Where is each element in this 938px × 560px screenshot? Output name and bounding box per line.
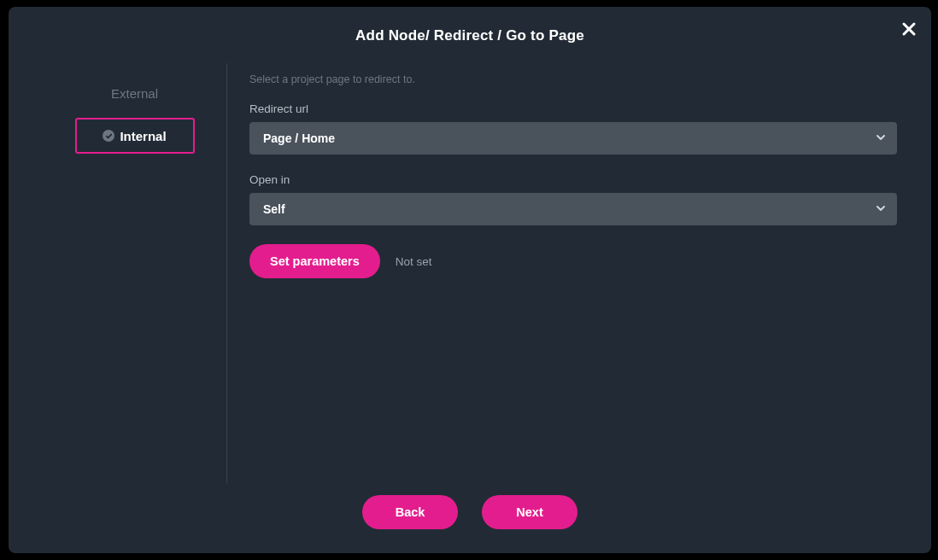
- back-button[interactable]: Back: [362, 495, 458, 529]
- field-label: Open in: [249, 173, 897, 186]
- form-main: Select a project page to redirect to. Re…: [227, 63, 897, 480]
- select-value: Page / Home: [263, 131, 335, 145]
- sidebar-item-label: External: [111, 86, 158, 101]
- open-in-field: Open in Self: [249, 173, 897, 225]
- parameters-status: Not set: [396, 255, 432, 268]
- modal-body: External Internal Select a project page …: [9, 53, 931, 480]
- modal-title: Add Node/ Redirect / Go to Page: [9, 7, 931, 53]
- set-parameters-button[interactable]: Set parameters: [249, 244, 380, 278]
- modal-footer: Back Next: [9, 480, 931, 553]
- next-button[interactable]: Next: [482, 495, 577, 529]
- redirect-url-field: Redirect url Page / Home: [249, 102, 897, 155]
- sidebar-item-internal[interactable]: Internal: [75, 118, 195, 154]
- chevron-down-icon: [875, 202, 887, 217]
- redirect-url-select[interactable]: Page / Home: [249, 122, 897, 155]
- sidebar-item-label: Internal: [120, 129, 166, 143]
- sidebar: External Internal: [43, 63, 227, 483]
- close-icon[interactable]: [897, 17, 921, 41]
- open-in-select[interactable]: Self: [249, 193, 897, 225]
- check-circle-icon: [103, 130, 114, 142]
- parameters-row: Set parameters Not set: [249, 244, 897, 278]
- form-hint: Select a project page to redirect to.: [249, 73, 897, 85]
- select-value: Self: [263, 202, 285, 216]
- modal-dialog: Add Node/ Redirect / Go to Page External…: [9, 7, 931, 553]
- field-label: Redirect url: [249, 102, 897, 115]
- chevron-down-icon: [875, 131, 887, 146]
- sidebar-item-external[interactable]: External: [75, 75, 195, 111]
